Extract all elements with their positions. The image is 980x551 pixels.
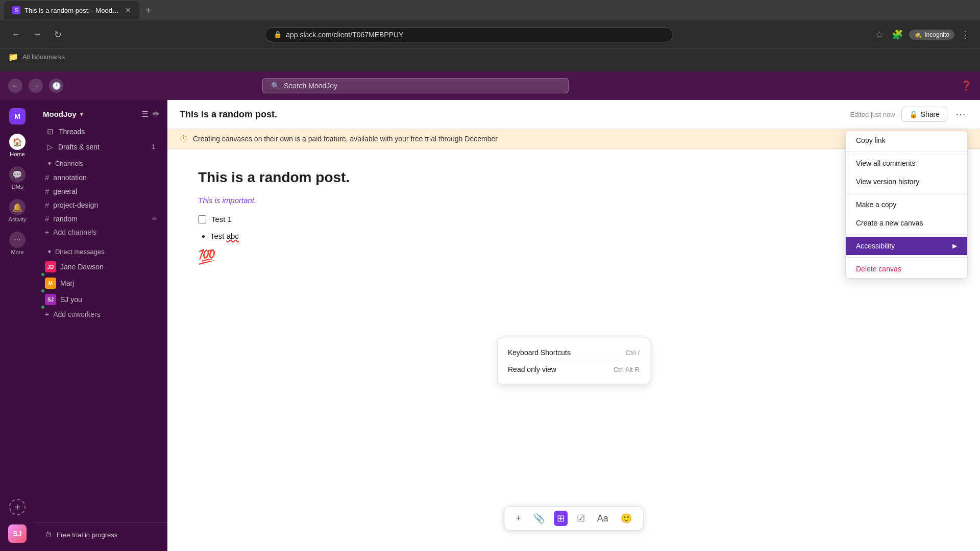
- canvas-header-right: Edited just now 🔒 Share ⋯: [850, 106, 968, 122]
- dm-section-header[interactable]: ▼ Direct messages: [39, 245, 163, 259]
- view-comments-item[interactable]: View all comments: [846, 154, 967, 172]
- sidebar-item-home[interactable]: 🏠 Home: [4, 130, 31, 161]
- header-back-button[interactable]: ←: [8, 79, 22, 93]
- menu-button[interactable]: ⋮: [959, 27, 972, 42]
- lock-icon: 🔒: [274, 31, 282, 38]
- banner-text: Creating canvases on their own is a paid…: [193, 135, 498, 143]
- main-content: This is a random post. Edited just now 🔒…: [167, 100, 980, 551]
- channel-general[interactable]: # general: [37, 184, 165, 198]
- bookmarks-icon: 📁: [8, 52, 18, 62]
- add-channels-button[interactable]: + Add channels: [37, 226, 165, 239]
- channels-toggle-icon: ▼: [47, 161, 52, 166]
- forward-button[interactable]: →: [30, 27, 45, 42]
- toolbar-text-button[interactable]: Aa: [594, 511, 611, 526]
- read-only-row[interactable]: Read only view Ctrl Alt R: [508, 361, 640, 378]
- accessibility-label: Accessibility: [856, 242, 895, 250]
- search-text: Search MoodJoy: [284, 82, 337, 90]
- more-options-button[interactable]: ⋯: [953, 106, 968, 122]
- edited-label: Edited just now: [850, 111, 895, 118]
- dm-avatar-sj: SJ: [45, 294, 56, 305]
- read-only-shortcut: Ctrl Alt R: [614, 366, 640, 373]
- dm-name-sj: SJ you: [60, 295, 82, 304]
- dropdown-divider-3: [846, 234, 967, 235]
- version-history-item[interactable]: View version history: [846, 172, 967, 191]
- new-tab-button[interactable]: +: [141, 3, 156, 18]
- active-tab[interactable]: S This is a random post. - Mood… ✕: [4, 1, 139, 19]
- dm-toggle-icon: ▼: [47, 249, 52, 255]
- keyboard-shortcuts-row[interactable]: Keyboard Shortcuts Ctrl /: [508, 344, 640, 361]
- header-history-button[interactable]: 🕐: [49, 79, 63, 93]
- workspace-header[interactable]: MoodJoy ▼ ☰ ✏: [35, 104, 167, 124]
- bullet-item-1: Test abc: [210, 232, 949, 240]
- keyboard-shortcuts-popup: Keyboard Shortcuts Ctrl / Read only view…: [497, 338, 650, 384]
- dm-marj[interactable]: M Marj: [37, 275, 165, 291]
- add-workspace-button[interactable]: +: [9, 499, 26, 515]
- add-icon: +: [516, 513, 521, 524]
- new-canvas-item[interactable]: Create a new canvas: [846, 214, 967, 232]
- channel-annotation[interactable]: # annotation: [37, 170, 165, 184]
- channels-section-header[interactable]: ▼ Channels: [39, 157, 163, 170]
- channel-project-design[interactable]: # project-design: [37, 198, 165, 212]
- sidebar-item-dms[interactable]: 💬 DMs: [4, 162, 31, 194]
- dm-jane[interactable]: JD Jane Dawson: [37, 259, 165, 275]
- sidebar-item-more[interactable]: ··· More: [4, 228, 31, 259]
- toolbar-check-button[interactable]: ☑: [574, 511, 588, 526]
- add-coworkers-button[interactable]: + Add coworkers: [37, 308, 165, 321]
- reload-button[interactable]: ↻: [51, 27, 65, 42]
- back-button[interactable]: ←: [8, 27, 23, 42]
- plus-icon: +: [45, 310, 49, 318]
- channel-random[interactable]: # random ✏: [37, 212, 165, 226]
- trial-icon: ⏱: [45, 531, 52, 539]
- copy-link-item[interactable]: Copy link: [846, 131, 967, 149]
- checklist-checkbox-1[interactable]: [198, 215, 206, 223]
- dm-avatar-jane: JD: [45, 261, 56, 272]
- toolbar-add-button[interactable]: +: [512, 511, 524, 526]
- user-avatar[interactable]: SJ: [8, 524, 27, 543]
- activity-icon: 🔔: [9, 199, 26, 215]
- dm-section: ▼ Direct messages JD Jane Dawson M Marj: [35, 243, 167, 308]
- toolbar-attach-button[interactable]: 📎: [530, 511, 548, 526]
- workspace-name: MoodJoy ▼: [43, 110, 85, 118]
- sidebar-bottom: ⏱ Free trial in progress: [35, 522, 167, 547]
- address-bar[interactable]: 🔒 app.slack.com/client/T067MEBPPUY: [265, 27, 673, 42]
- status-dot: [41, 305, 45, 309]
- emoji-icon: 🙂: [621, 513, 632, 524]
- sidebar-drafts-item[interactable]: ▷ Drafts & sent 1: [39, 139, 163, 155]
- header-forward-button[interactable]: →: [29, 79, 43, 93]
- dm-sj[interactable]: SJ SJ you: [37, 291, 165, 308]
- home-label: Home: [10, 151, 24, 157]
- tab-close-button[interactable]: ✕: [125, 6, 131, 14]
- search-icon: 🔍: [271, 82, 280, 90]
- channel-name: annotation: [53, 173, 86, 182]
- make-copy-label: Make a copy: [856, 201, 896, 209]
- sidebar-threads-item[interactable]: ⊡ Threads: [39, 124, 163, 139]
- all-bookmarks-link[interactable]: All Bookmarks: [22, 53, 65, 61]
- channels-section-label: Channels: [55, 160, 83, 167]
- toolbar-table-button[interactable]: ⊞: [554, 511, 568, 526]
- toolbar-emoji-button[interactable]: 🙂: [618, 511, 635, 526]
- dm-section-label: Direct messages: [55, 248, 105, 256]
- bullet-list: Test abc: [210, 232, 949, 240]
- make-copy-item[interactable]: Make a copy: [846, 195, 967, 214]
- more-label: More: [11, 249, 23, 255]
- filter-button[interactable]: ☰: [141, 109, 149, 119]
- accessibility-item[interactable]: Accessibility ▶: [846, 237, 967, 255]
- banner-icon: ⏱: [180, 134, 188, 143]
- checklist-label-1: Test 1: [211, 215, 232, 223]
- incognito-label: Incognito: [924, 31, 949, 38]
- search-bar[interactable]: 🔍 Search MoodJoy: [262, 78, 569, 93]
- attach-icon: 📎: [533, 513, 545, 524]
- sidebar-item-activity[interactable]: 🔔 Activity: [4, 195, 31, 227]
- add-channels-label: Add channels: [53, 228, 96, 236]
- share-button[interactable]: 🔒 Share: [901, 107, 947, 122]
- trial-item[interactable]: ⏱ Free trial in progress: [39, 527, 163, 543]
- star-button[interactable]: ☆: [873, 27, 886, 42]
- copy-link-label: Copy link: [856, 136, 886, 144]
- workspace-avatar[interactable]: M: [4, 104, 31, 129]
- compose-button[interactable]: ✏: [153, 109, 159, 119]
- extension-button[interactable]: 🧩: [890, 27, 905, 42]
- channel-name: random: [53, 215, 77, 223]
- help-button[interactable]: ❓: [961, 80, 972, 91]
- trial-label: Free trial in progress: [57, 531, 117, 539]
- delete-canvas-item[interactable]: Delete canvas: [846, 260, 967, 278]
